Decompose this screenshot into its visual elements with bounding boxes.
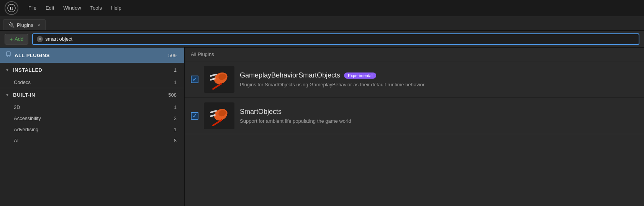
plugin-info-2: SmartObjects Support for ambient life po…	[240, 108, 638, 124]
svg-line-14	[213, 120, 221, 125]
all-plugins-label: ALL PLUGINS	[15, 53, 165, 58]
sidebar-item-2d[interactable]: 2D 1	[0, 102, 184, 113]
sidebar-item-codecs[interactable]: Codecs 1	[0, 77, 184, 88]
plugin-desc-2: Support for ambient life populating the …	[240, 118, 638, 124]
tab-plugins-icon: 🔌	[8, 22, 15, 28]
menu-bar: File Edit Window Tools Help	[25, 3, 125, 12]
plugin-title-row-1: GameplayBehaviorSmartObjects Experimenta…	[240, 71, 638, 79]
plugin-info-1: GameplayBehaviorSmartObjects Experimenta…	[240, 71, 638, 87]
ue-logo[interactable]: U	[5, 1, 18, 15]
svg-line-8	[213, 84, 221, 89]
experimental-badge-1: Experimental	[344, 73, 376, 79]
main-content: ALL PLUGINS 509 ▼ INSTALLED 1 Codecs 1 ▼…	[0, 48, 644, 206]
all-plugins-count: 509	[168, 53, 177, 58]
chevron-installed-icon: ▼	[5, 68, 10, 72]
advertising-label: Advertising	[14, 127, 174, 132]
svg-line-6	[211, 74, 216, 76]
add-icon: +	[10, 36, 13, 42]
plugin-desc-1: Plugins for SmartObjects using GameplayB…	[240, 82, 638, 87]
tab-plugins[interactable]: 🔌 Plugins ×	[3, 19, 46, 30]
menu-help[interactable]: Help	[107, 3, 125, 12]
search-container: ×	[32, 33, 639, 45]
section-builtin-label: BUILT-IN	[13, 92, 165, 98]
codecs-label: Codecs	[14, 79, 174, 85]
plugin-icon-container-1	[204, 66, 234, 93]
plugin-list: All Plugins ✓	[185, 48, 644, 206]
title-bar: U File Edit Window Tools Help	[0, 0, 644, 16]
plugin-list-header: All Plugins	[185, 48, 644, 61]
plugin-title-row-2: SmartObjects	[240, 108, 638, 116]
plugin-name-1: GameplayBehaviorSmartObjects	[240, 71, 340, 79]
plugin-checkbox-1[interactable]: ✓	[191, 76, 198, 83]
sidebar-item-all-plugins[interactable]: ALL PLUGINS 509	[0, 48, 184, 63]
2d-label: 2D	[14, 104, 174, 110]
section-installed-label: INSTALLED	[13, 67, 171, 73]
section-builtin[interactable]: ▼ BUILT-IN 508	[0, 88, 184, 102]
sidebar: ALL PLUGINS 509 ▼ INSTALLED 1 Codecs 1 ▼…	[0, 48, 185, 206]
tab-bar: 🔌 Plugins ×	[0, 16, 644, 31]
tab-plugins-label: Plugins	[17, 22, 33, 28]
plugin-icon-container-2	[204, 102, 234, 129]
ai-count: 8	[174, 138, 177, 143]
accessibility-count: 3	[174, 115, 177, 121]
advertising-count: 1	[174, 127, 177, 132]
search-clear-button[interactable]: ×	[37, 36, 43, 42]
svg-text:U: U	[10, 5, 13, 11]
section-builtin-count: 508	[168, 92, 177, 98]
section-installed-count: 1	[174, 67, 177, 73]
2d-count: 1	[174, 104, 177, 110]
menu-file[interactable]: File	[25, 3, 40, 12]
chevron-builtin-icon: ▼	[5, 93, 10, 97]
tab-close-button[interactable]: ×	[38, 22, 41, 28]
checkmark-icon-2: ✓	[192, 113, 197, 119]
ai-label: AI	[14, 138, 174, 143]
codecs-count: 1	[174, 79, 177, 85]
sidebar-item-accessibility[interactable]: Accessibility 3	[0, 113, 184, 124]
plugin-name-2: SmartObjects	[240, 108, 282, 116]
checkmark-icon-1: ✓	[192, 76, 197, 82]
search-input[interactable]	[45, 36, 635, 42]
sidebar-item-advertising[interactable]: Advertising 1	[0, 124, 184, 135]
svg-rect-2	[7, 52, 10, 56]
accessibility-label: Accessibility	[14, 115, 174, 121]
plugin-checkbox-2[interactable]: ✓	[191, 112, 198, 120]
menu-edit[interactable]: Edit	[42, 3, 58, 12]
toolbar: + Add ×	[0, 31, 644, 48]
menu-tools[interactable]: Tools	[87, 3, 106, 12]
all-plugins-icon	[5, 51, 11, 59]
plugin-card-smart-objects[interactable]: ✓ SmartObjects Support for ambient life …	[185, 98, 644, 134]
section-installed[interactable]: ▼ INSTALLED 1	[0, 63, 184, 77]
svg-line-12	[211, 111, 216, 112]
add-button[interactable]: + Add	[5, 34, 28, 44]
add-label: Add	[15, 36, 23, 42]
sidebar-item-ai[interactable]: AI 8	[0, 135, 184, 146]
menu-window[interactable]: Window	[59, 3, 85, 12]
plugin-card-gameplay-behavior[interactable]: ✓ GameplayBehaviorSmartOb	[185, 61, 644, 98]
